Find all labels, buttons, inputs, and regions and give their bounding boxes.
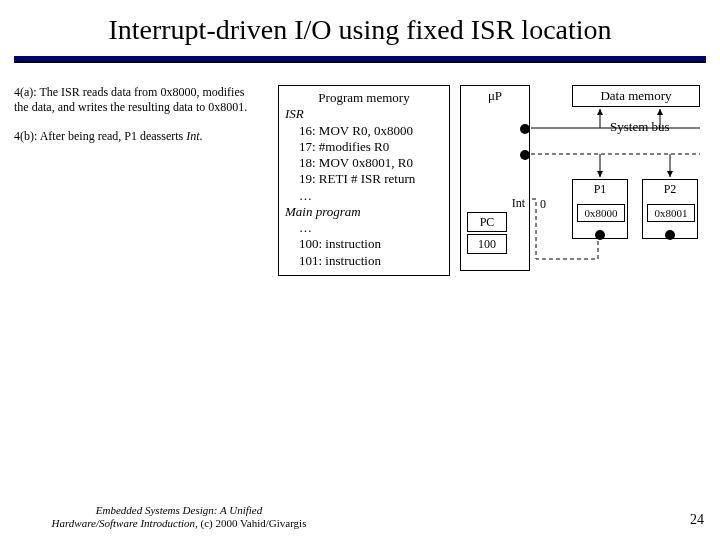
slide-title: Interrupt-driven I/O using fixed ISR loc… [0, 0, 720, 54]
isr-row: 18: MOV 0x8001, R0 [285, 155, 443, 171]
p2-pin [665, 230, 675, 240]
footer-citation: Embedded Systems Design: A Unified Hardw… [14, 504, 344, 530]
isr-row: 19: RETI # ISR return [285, 171, 443, 187]
microprocessor-box: μP Int PC 100 [460, 85, 530, 271]
slide-body: 4(a): The ISR reads data from 0x8000, mo… [0, 63, 720, 81]
step-4a: 4(a): The ISR reads data from 0x8000, mo… [14, 85, 259, 115]
p2-address: 0x8001 [647, 204, 695, 222]
isr-label: ISR [285, 106, 443, 122]
isr-row: 17: #modifies R0 [285, 139, 443, 155]
main-row: 100: instruction [285, 236, 443, 252]
uP-pin-top [520, 124, 530, 134]
pc-value: 100 [467, 234, 507, 254]
p2-label: P2 [643, 180, 697, 197]
p1-address: 0x8000 [577, 204, 625, 222]
uP-pin-bottom [520, 150, 530, 160]
peripheral-p2: P2 0x8001 [642, 179, 698, 239]
data-memory-box: Data memory [572, 85, 700, 107]
isr-row: 16: MOV R0, 0x8000 [285, 123, 443, 139]
left-text: 4(a): The ISR reads data from 0x8000, mo… [14, 85, 259, 158]
title-rule [14, 56, 706, 63]
peripheral-p1: P1 0x8000 [572, 179, 628, 239]
p1-pin [595, 230, 605, 240]
main-row: … [285, 220, 443, 236]
int-label: Int [512, 196, 525, 211]
uP-label: μP [461, 86, 529, 104]
system-bus-label: System bus [610, 119, 670, 135]
isr-row: … [285, 188, 443, 204]
program-memory-box: Program memory ISR 16: MOV R0, 0x8000 17… [278, 85, 450, 276]
pc-box: PC [467, 212, 507, 232]
main-label: Main program [285, 204, 443, 220]
p1-label: P1 [573, 180, 627, 197]
progmem-heading: Program memory [285, 90, 443, 106]
page-number: 24 [690, 512, 704, 528]
int-value-zero: 0 [540, 197, 546, 212]
step-4b: 4(b): After being read, P1 deasserts Int… [14, 129, 259, 144]
main-row: 101: instruction [285, 253, 443, 269]
